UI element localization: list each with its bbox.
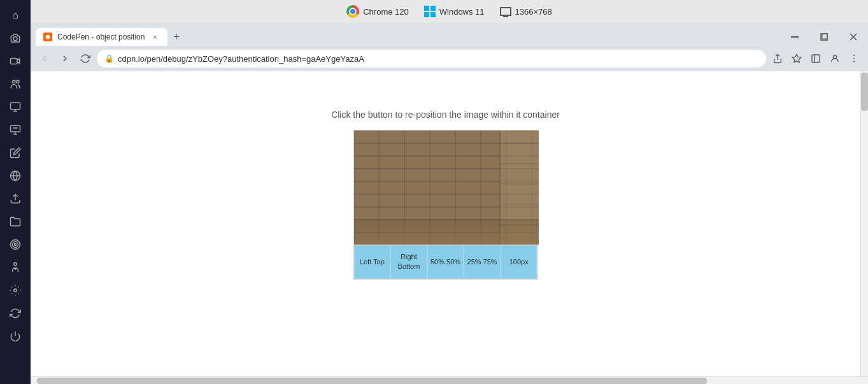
browser-chrome: CodePen - object position × + — [31, 23, 868, 384]
resolution-label: 1366×768 — [515, 7, 552, 17]
svg-rect-4 — [11, 103, 20, 110]
tab-row: CodePen - object position × + — [31, 23, 868, 46]
sidebar-globe[interactable] — [5, 166, 25, 186]
svg-point-0 — [13, 37, 17, 41]
svg-point-10 — [15, 244, 17, 246]
vertical-scrollbar[interactable] — [860, 71, 868, 376]
page-content: Click the button to re-position the imag… — [31, 71, 860, 376]
forward-button[interactable] — [56, 50, 74, 68]
svg-point-23 — [833, 55, 836, 59]
resolution-info: 1366×768 — [500, 7, 552, 17]
sidebar-folder[interactable] — [5, 211, 25, 232]
tab-title: CodePen - object position — [57, 32, 145, 41]
windows-icon — [424, 6, 436, 17]
svg-point-25 — [853, 58, 855, 59]
sidebar-edit[interactable] — [5, 143, 25, 163]
browser-tab[interactable]: CodePen - object position × — [36, 28, 167, 46]
sidebar-power[interactable] — [5, 326, 25, 346]
sidebar-monitor[interactable] — [5, 120, 25, 140]
sidebar-settings[interactable] — [5, 280, 25, 301]
back-button[interactable] — [36, 50, 53, 68]
lock-icon: 🔒 — [104, 54, 114, 63]
monitor-icon — [500, 7, 511, 16]
svg-point-14 — [46, 35, 50, 39]
sidebar-target[interactable] — [5, 234, 25, 255]
sidebar-toggle-button[interactable] — [807, 50, 825, 68]
scrollbar-thumb[interactable] — [861, 73, 868, 111]
twentyfive-seventyfive-button[interactable]: 25% 75% — [464, 245, 501, 279]
windows-label: Windows 11 — [439, 7, 485, 17]
svg-rect-22 — [812, 55, 820, 62]
minimize-button[interactable] — [780, 28, 809, 46]
instruction-text: Click the button to re-position the imag… — [331, 110, 560, 120]
right-bottom-button[interactable]: RightBottom — [390, 245, 427, 279]
sidebar-person[interactable] — [5, 257, 25, 278]
sidebar-upload[interactable] — [5, 188, 25, 209]
svg-rect-15 — [791, 36, 799, 38]
sidebar-people[interactable] — [5, 74, 25, 94]
sidebar: ⌂ — [0, 0, 31, 384]
h-scrollbar-thumb[interactable] — [37, 378, 707, 384]
top-info-bar: Chrome 120 Windows 11 1366×768 — [31, 0, 868, 23]
bookmark-button[interactable] — [788, 50, 806, 68]
address-text: cdpn.io/pen/debug/zYbZOey?authentication… — [118, 54, 758, 64]
tab-close-button[interactable]: × — [150, 32, 160, 42]
bookmark-share-button[interactable] — [769, 50, 786, 68]
building-image — [354, 131, 539, 245]
new-tab-button[interactable]: + — [167, 28, 185, 46]
chrome-label: Chrome 120 — [363, 7, 409, 17]
svg-point-11 — [14, 263, 17, 266]
svg-point-9 — [13, 242, 18, 248]
chrome-info: Chrome 120 — [346, 5, 409, 18]
sidebar-home[interactable]: ⌂ — [5, 5, 25, 25]
svg-rect-5 — [11, 125, 20, 132]
address-bar: 🔒 cdpn.io/pen/debug/zYbZOey?authenticati… — [31, 46, 868, 71]
windows-info: Windows 11 — [424, 6, 485, 17]
svg-marker-21 — [792, 54, 800, 62]
tab-favicon — [43, 32, 52, 41]
maximize-button[interactable] — [809, 28, 839, 46]
profile-button[interactable] — [826, 50, 844, 68]
browser-area: Chrome 120 Windows 11 1366×768 — [31, 0, 868, 384]
close-button[interactable] — [839, 28, 868, 46]
svg-point-3 — [17, 80, 20, 83]
more-button[interactable] — [845, 50, 863, 68]
left-top-button[interactable]: Left Top — [354, 245, 391, 279]
chrome-icon — [346, 5, 359, 18]
position-buttons-row: Left Top RightBottom 50% 50% 25% 75% 100… — [354, 245, 537, 279]
sidebar-camera[interactable] — [5, 28, 25, 48]
sidebar-refresh[interactable] — [5, 303, 25, 324]
svg-point-2 — [13, 80, 16, 83]
svg-point-24 — [853, 55, 855, 56]
sidebar-screen[interactable] — [5, 97, 25, 117]
horizontal-scrollbar[interactable] — [31, 376, 868, 384]
address-input[interactable]: 🔒 cdpn.io/pen/debug/zYbZOey?authenticati… — [97, 50, 766, 68]
svg-point-26 — [853, 61, 855, 62]
hundredpx-button[interactable]: 100px — [501, 245, 537, 279]
svg-rect-1 — [11, 59, 18, 64]
demo-container: Left Top RightBottom 50% 50% 25% 75% 100… — [353, 130, 538, 280]
sidebar-video[interactable] — [5, 51, 25, 71]
browser-content: Click the button to re-position the imag… — [31, 71, 868, 376]
right-bottom-label: RightBottom — [397, 253, 420, 270]
image-box — [354, 131, 539, 245]
fifty-fifty-button[interactable]: 50% 50% — [427, 245, 464, 279]
reload-button[interactable] — [76, 50, 94, 68]
address-actions — [769, 50, 863, 68]
svg-point-12 — [14, 289, 17, 292]
